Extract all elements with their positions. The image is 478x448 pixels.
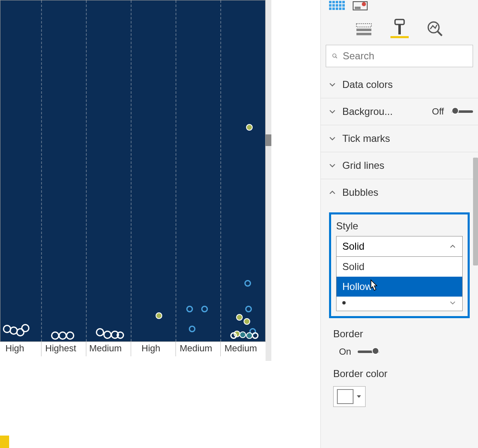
chart-plot-area: High Highest Medium High Medium Medium <box>0 0 266 342</box>
border-color-picker[interactable] <box>333 386 366 407</box>
section-tick-marks[interactable]: Tick marks <box>321 125 478 152</box>
chevron-down-icon <box>328 161 337 170</box>
data-point[interactable] <box>189 326 195 332</box>
border-group: Border On <box>321 325 478 365</box>
border-color-label: Border color <box>333 368 470 380</box>
axis-category-label: High <box>5 343 24 354</box>
dropdown-option-text: Hollow <box>342 281 372 292</box>
style-dropdown[interactable]: Solid Solid Hollow <box>336 236 463 311</box>
format-tab[interactable] <box>390 20 409 38</box>
chevron-down-icon <box>328 80 337 89</box>
data-point[interactable] <box>186 306 193 312</box>
search-icon <box>332 51 338 61</box>
svg-rect-7 <box>332 4 335 7</box>
dropdown-selected[interactable]: Solid <box>337 236 462 257</box>
svg-rect-19 <box>356 24 371 27</box>
dropdown-footer[interactable] <box>337 297 462 311</box>
axis-category-label: Medium <box>89 343 122 354</box>
svg-rect-4 <box>339 1 341 3</box>
gridline <box>176 0 176 341</box>
svg-rect-18 <box>355 7 361 9</box>
data-point[interactable] <box>66 331 74 340</box>
data-point[interactable] <box>59 331 67 340</box>
section-label: Bubbles <box>342 187 473 198</box>
data-point[interactable] <box>117 331 124 339</box>
toggle-state-label: On <box>339 346 351 357</box>
chart-scrollbar-track[interactable] <box>266 0 271 361</box>
svg-rect-15 <box>342 7 345 10</box>
bubbles-style-group: Style Solid Solid Hollow <box>329 212 470 318</box>
data-point[interactable] <box>245 306 252 312</box>
svg-line-27 <box>336 57 337 58</box>
chart-visual[interactable]: High Highest Medium High Medium Medium <box>0 0 290 365</box>
axis-separator <box>176 341 176 356</box>
svg-rect-11 <box>329 7 332 10</box>
svg-rect-12 <box>332 7 335 10</box>
chevron-down-icon <box>328 107 337 116</box>
data-point[interactable] <box>252 332 259 339</box>
chevron-down-icon <box>449 299 456 307</box>
gridline <box>41 0 42 341</box>
section-label: Data colors <box>342 79 473 90</box>
svg-point-17 <box>362 2 366 6</box>
fields-tab[interactable] <box>355 20 373 38</box>
axis-separator <box>86 341 86 356</box>
axis-separator <box>131 341 131 356</box>
data-point[interactable] <box>103 331 112 339</box>
svg-rect-3 <box>336 1 338 3</box>
search-box[interactable] <box>326 45 473 67</box>
background-toggle[interactable] <box>451 107 473 116</box>
svg-rect-5 <box>342 1 345 3</box>
section-label: Backgrou... <box>342 106 426 117</box>
section-background[interactable]: Backgrou... Off <box>321 98 478 125</box>
data-point[interactable] <box>239 331 246 338</box>
data-point[interactable] <box>21 324 29 332</box>
data-point[interactable] <box>230 332 237 339</box>
custom-viz-icon[interactable] <box>352 1 368 11</box>
data-point[interactable] <box>156 312 162 319</box>
section-grid-lines[interactable]: Grid lines <box>321 152 478 179</box>
svg-rect-23 <box>398 24 401 34</box>
svg-rect-14 <box>339 7 341 10</box>
data-point[interactable] <box>201 306 208 312</box>
gridline <box>220 0 221 341</box>
panel-scrollbar-thumb[interactable] <box>473 158 478 265</box>
data-point[interactable] <box>96 328 104 336</box>
svg-rect-9 <box>339 4 341 7</box>
caret-down-icon <box>356 394 362 399</box>
dropdown-option-hollow[interactable]: Hollow <box>337 277 462 297</box>
svg-rect-20 <box>356 29 371 31</box>
search-input[interactable] <box>343 50 467 62</box>
dot-preview-icon <box>342 301 346 304</box>
axis-separator <box>220 341 221 356</box>
svg-point-24 <box>428 22 439 33</box>
border-label: Border <box>333 328 470 340</box>
data-point[interactable] <box>51 331 59 340</box>
axis-category-label: Medium <box>224 343 257 354</box>
svg-rect-22 <box>395 19 404 24</box>
matrix-viz-icon[interactable] <box>329 1 345 11</box>
border-color-group: Border color <box>321 365 478 414</box>
svg-point-26 <box>333 54 336 57</box>
gridline <box>86 0 87 341</box>
section-data-colors[interactable]: Data colors <box>321 71 478 98</box>
analytics-tab[interactable] <box>426 20 444 38</box>
toggle-state-label: Off <box>432 106 444 117</box>
gridline <box>131 0 132 341</box>
chart-scrollbar-thumb[interactable] <box>266 134 271 146</box>
style-label: Style <box>336 220 463 232</box>
svg-rect-21 <box>356 33 371 35</box>
section-bubbles[interactable]: Bubbles <box>321 179 478 206</box>
data-point[interactable] <box>244 280 251 287</box>
status-bar-accent <box>0 436 9 448</box>
data-point[interactable] <box>236 314 243 321</box>
chevron-up-icon <box>449 243 456 250</box>
dropdown-option-solid[interactable]: Solid <box>337 257 462 277</box>
data-point[interactable] <box>246 124 253 131</box>
border-toggle[interactable] <box>358 348 379 356</box>
svg-rect-2 <box>332 1 335 3</box>
data-point[interactable] <box>244 318 250 325</box>
svg-line-25 <box>438 32 442 36</box>
dropdown-selected-text: Solid <box>342 241 364 252</box>
svg-rect-13 <box>336 7 338 10</box>
